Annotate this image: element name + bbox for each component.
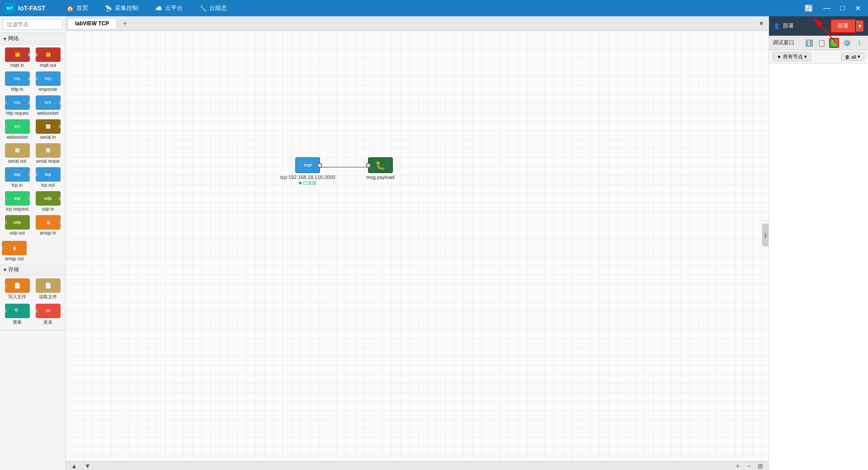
filter-icon: ▼ [777, 54, 782, 60]
chevron-down-icon-storage: ▾ [4, 267, 6, 273]
sidebar-search-container [0, 16, 65, 33]
chevron-down-icon: ▾ [4, 36, 6, 42]
sidebar-item-serial-in[interactable]: ⬜ serial in [33, 118, 63, 141]
tab-dropdown-button[interactable]: ▾ [756, 18, 767, 29]
logo-icon: IoT [5, 3, 15, 14]
canvas-area: labVIEW TCP + ▾ TCP tcp:192.168.18.116:2… [66, 16, 769, 470]
sidebar-item-websocket-in[interactable]: WS websocket [33, 94, 63, 118]
app-logo: IoT IoT-FAST [5, 3, 46, 14]
filter-all-nodes-btn[interactable]: ▼ 所有节点 ▾ [773, 52, 811, 61]
status-dot [299, 182, 302, 184]
sidebar-item-amqp-out[interactable]: 🐇 amqp out [2, 239, 27, 263]
side-collapse-handle[interactable]: ❯ [762, 224, 769, 246]
sidebar-item-amqp-in[interactable]: 🐇 amqp in [33, 213, 63, 237]
search-input[interactable] [3, 19, 62, 30]
storage-nodes: 📄 写入文件 📄 读取文件 🔍 搜索 [0, 276, 65, 328]
right-panel-debug-content [769, 64, 868, 470]
top-nav: 🏠 首页 📡 采集控制 ☁️ 云平台 🔧 云组态 [59, 2, 802, 14]
nav-collect[interactable]: 📡 采集控制 [98, 2, 146, 14]
network-nodes: 📶 mqtt in 📶 mqtt out http http in [0, 45, 65, 238]
debug-window-title: 调试窗口 [773, 39, 801, 47]
canvas-bottom-bar: ▲ ▼ + − ⊞ [66, 461, 769, 470]
scroll-down-btn[interactable]: ▼ [83, 462, 93, 470]
right-panel-header: 👤 部署 部署 ▾ [769, 16, 868, 36]
sidebar-item-serial-out[interactable]: ⬜ serial out [2, 141, 33, 165]
canvas-tab-labview-tcp[interactable]: labVIEW TCP [67, 18, 117, 28]
canvas-content[interactable]: TCP tcp:192.168.18.116:2000 已连接 🐛 msg.pa… [66, 31, 769, 461]
sidebar-item-search[interactable]: 🔍 搜索 [2, 302, 33, 327]
minimize-btn[interactable]: — [821, 3, 833, 13]
filter-clear-btn[interactable]: 🗑 all ▾ [841, 52, 864, 61]
sidebar: ▾ 网络 📶 mqtt in 📶 mqtt out [0, 16, 66, 470]
right-panel: 👤 部署 部署 ▾ 调试窗口 ℹ️ 📋 🟢 ⚙️ ⋮ ▼ 所有节点 ▾ [769, 16, 868, 470]
window-controls: 🔄 — □ ✕ [802, 3, 863, 14]
debug-node-label: msg.payload [366, 174, 394, 180]
nav-cloud[interactable]: ☁️ 云平台 [148, 2, 190, 14]
tcp-node-label: tcp:192.168.18.116:2000 [280, 174, 335, 180]
nav-scada[interactable]: 🔧 云组态 [192, 2, 234, 14]
sidebar-item-send[interactable]: ✉ 发送 [33, 302, 63, 327]
canvas-tabs: labVIEW TCP + ▾ [66, 16, 769, 31]
add-tab-button[interactable]: + [119, 18, 130, 29]
flow-node-debug[interactable]: 🐛 msg.payload [366, 157, 394, 180]
collect-icon: 📡 [105, 5, 112, 12]
sidebar-item-mqtt-in[interactable]: 📶 mqtt in [2, 46, 33, 70]
sidebar-item-http-in[interactable]: http http in [2, 70, 33, 94]
main-layout: ▾ 网络 📶 mqtt in 📶 mqtt out [0, 16, 868, 470]
sidebar-item-serial-request[interactable]: ⬜ serial reque [33, 141, 63, 165]
network-section-header[interactable]: ▾ 网络 [0, 33, 65, 45]
app-title: IoT-FAST [18, 5, 46, 12]
nav-home[interactable]: 🏠 首页 [59, 2, 95, 14]
tcp-node-status: 已连接 [299, 180, 316, 186]
zoom-in-btn[interactable]: + [734, 462, 741, 470]
sidebar-item-read-file[interactable]: 📄 读取文件 [33, 277, 63, 302]
fit-btn[interactable]: ⊞ [756, 462, 765, 470]
green-debug-btn[interactable]: 🟢 [829, 38, 839, 48]
storage-section-header[interactable]: ▾ 存储 [0, 264, 65, 276]
scada-icon: 🔧 [199, 5, 207, 12]
maximize-btn[interactable]: □ [838, 3, 848, 13]
right-panel-toolbar: 调试窗口 ℹ️ 📋 🟢 ⚙️ ⋮ [769, 36, 868, 50]
home-icon: 🏠 [66, 5, 74, 12]
sidebar-item-websocket-out[interactable]: WS websocket [2, 118, 33, 141]
sidebar-item-response[interactable]: http response [33, 70, 63, 94]
settings-icon-btn[interactable]: ⚙️ [842, 38, 852, 48]
flow-node-tcp[interactable]: TCP tcp:192.168.18.116:2000 已连接 [280, 157, 335, 186]
canvas-wire-svg [66, 31, 769, 461]
cloud-icon: ☁️ [155, 5, 162, 12]
close-btn[interactable]: ✕ [852, 3, 863, 14]
scroll-up-btn[interactable]: ▲ [69, 462, 79, 470]
deploy-dropdown-button[interactable]: ▾ [856, 20, 863, 32]
info-icon-btn[interactable]: ℹ️ [804, 38, 814, 48]
copy-icon-btn[interactable]: 📋 [816, 38, 826, 48]
sidebar-item-http-request[interactable]: http http reques [2, 94, 33, 118]
sidebar-item-udp-out[interactable]: udp udp out [2, 213, 33, 237]
user-icon: 👤 [774, 23, 780, 29]
refresh-btn[interactable]: 🔄 [802, 3, 816, 14]
sidebar-item-tcp-in[interactable]: tcp tcp in [2, 165, 33, 189]
sidebar-item-write-file[interactable]: 📄 写入文件 [2, 277, 33, 302]
zoom-out-btn[interactable]: − [745, 462, 752, 470]
more-icon-btn[interactable]: ⋮ [854, 38, 864, 48]
sidebar-item-tcp-out[interactable]: tcp tcp out [33, 165, 63, 189]
right-panel-filter: ▼ 所有节点 ▾ 🗑 all ▾ [769, 50, 868, 64]
topbar: IoT IoT-FAST 🏠 首页 📡 采集控制 ☁️ 云平台 🔧 云组态 🔄 … [0, 0, 868, 16]
sidebar-item-tcp-request[interactable]: tcp tcp request [2, 189, 33, 213]
sidebar-item-udp-in[interactable]: udp udp in [33, 189, 63, 213]
deploy-button[interactable]: 部署 [830, 19, 856, 33]
sidebar-item-mqtt-out[interactable]: 📶 mqtt out [33, 46, 63, 70]
deploy-label: 部署 [783, 22, 828, 30]
